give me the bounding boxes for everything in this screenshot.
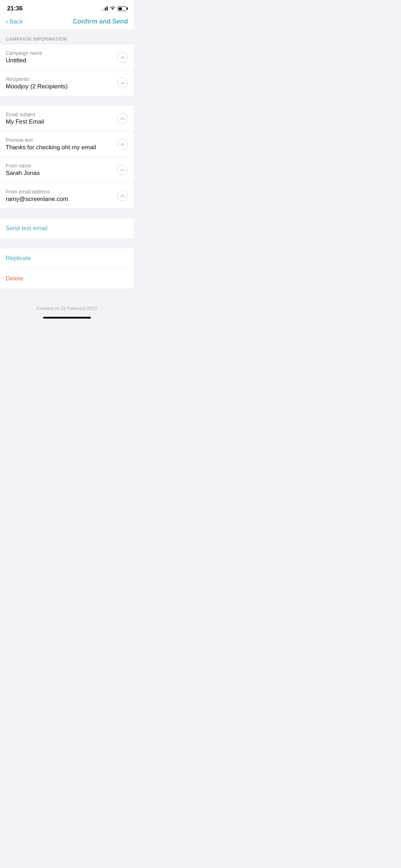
- from-name-value: Sarah Jonas: [6, 170, 40, 177]
- email-subject-row[interactable]: Email subject My First Email: [0, 106, 134, 131]
- status-bar: 21:36: [0, 0, 134, 14]
- from-name-edit-button[interactable]: [117, 165, 128, 175]
- campaign-info-card: Campaign name Untitled Recipients Moodjo…: [0, 45, 134, 96]
- signal-icon: [101, 6, 108, 11]
- campaign-name-value: Untitled: [6, 57, 42, 64]
- status-icons: [101, 6, 127, 11]
- back-button[interactable]: ‹ Back: [6, 18, 23, 25]
- from-name-label: From name: [6, 163, 40, 169]
- preview-text-value: Thanks for checking oht my email: [6, 144, 96, 151]
- campaign-section-header: CAMPAIGN INFORMATION: [0, 30, 134, 45]
- campaign-name-row[interactable]: Campaign name Untitled: [0, 45, 134, 70]
- preview-text-label: Preview text: [6, 137, 96, 143]
- email-details-card: Email subject My First Email Preview tex…: [0, 106, 134, 208]
- send-test-email-button[interactable]: Send test email: [6, 218, 128, 238]
- page-title: Confirm and Send: [73, 18, 128, 25]
- section-gap-4: [0, 289, 134, 299]
- from-email-value: ramy@screenlane.com: [6, 196, 68, 203]
- section-gap-3: [0, 238, 134, 248]
- preview-text-row[interactable]: Preview text Thanks for checking oht my …: [0, 131, 134, 157]
- from-email-label: From email address: [6, 189, 68, 195]
- home-indicator: [0, 314, 134, 321]
- send-test-section: Send test email: [0, 218, 134, 238]
- back-chevron-icon: ‹: [6, 18, 8, 25]
- footer: Created on 22 February 2022: [0, 299, 134, 314]
- section-gap-2: [0, 208, 134, 218]
- nav-bar: ‹ Back Confirm and Send: [0, 14, 134, 30]
- email-subject-label: Email subject: [6, 112, 44, 117]
- from-email-edit-button[interactable]: [117, 190, 128, 201]
- from-name-row[interactable]: From name Sarah Jonas: [0, 157, 134, 183]
- recipients-label: Recipients: [6, 76, 68, 82]
- status-time: 21:36: [7, 5, 22, 12]
- from-email-row[interactable]: From email address ramy@screenlane.com: [0, 183, 134, 208]
- replicate-button[interactable]: Replicate: [6, 248, 128, 269]
- more-actions-section: Replicate Delete: [0, 248, 134, 289]
- preview-text-edit-button[interactable]: [117, 139, 128, 150]
- recipients-value: Moodjoy (2 Recipients): [6, 83, 68, 90]
- campaign-name-edit-button[interactable]: [117, 52, 128, 63]
- recipients-edit-button[interactable]: [117, 78, 128, 88]
- recipients-row[interactable]: Recipients Moodjoy (2 Recipients): [0, 70, 134, 96]
- created-text: Created on 22 February 2022: [36, 306, 97, 311]
- campaign-name-label: Campaign name: [6, 50, 42, 56]
- email-subject-value: My First Email: [6, 118, 44, 125]
- wifi-icon: [110, 6, 115, 11]
- battery-icon: [118, 6, 127, 11]
- email-subject-edit-button[interactable]: [117, 113, 128, 124]
- home-bar: [43, 317, 91, 319]
- section-gap-1: [0, 96, 134, 106]
- delete-button[interactable]: Delete: [6, 269, 128, 289]
- back-label: Back: [10, 18, 23, 25]
